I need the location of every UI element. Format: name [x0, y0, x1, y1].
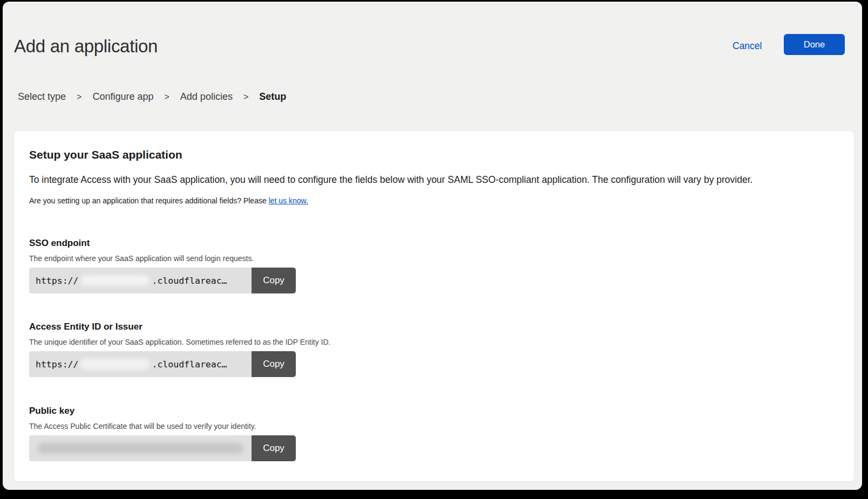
card-intro-text: To integrate Access with your SaaS appli…	[29, 174, 840, 186]
entity-id-value-suffix: .cloudflareac…	[152, 359, 227, 370]
breadcrumb-setup: Setup	[259, 91, 286, 102]
sso-endpoint-label: SSO endpoint	[29, 238, 296, 249]
breadcrumb-separator: >	[165, 92, 169, 102]
sso-endpoint-value-prefix: https://	[36, 276, 78, 286]
public-key-copy-button[interactable]: Copy	[252, 435, 296, 461]
redacted-value	[80, 275, 150, 286]
breadcrumb-separator: >	[77, 92, 82, 102]
sso-endpoint-value: https://.cloudflareac…	[29, 268, 252, 293]
redacted-value	[37, 443, 243, 454]
entity-id-value-prefix: https://	[36, 359, 78, 370]
entity-id-label: Access Entity ID or Issuer	[29, 322, 330, 332]
breadcrumb-separator: >	[243, 92, 248, 102]
entity-id-copy-button[interactable]: Copy	[252, 351, 296, 377]
card-note: Are you setting up an application that r…	[29, 196, 308, 205]
redacted-value	[80, 359, 150, 370]
app-window: Add an application Cancel Done Select ty…	[3, 2, 862, 490]
sso-endpoint-section: SSO endpoint The endpoint where your Saa…	[29, 238, 296, 293]
let-us-know-link[interactable]: let us know.	[269, 196, 308, 205]
setup-card: Setup your SaaS application To integrate…	[13, 131, 855, 482]
sso-endpoint-description: The endpoint where your SaaS application…	[29, 254, 296, 263]
sso-endpoint-value-suffix: .cloudflareac…	[152, 276, 227, 286]
public-key-label: Public key	[29, 406, 296, 416]
sso-endpoint-copy-button[interactable]: Copy	[252, 268, 296, 293]
public-key-value	[29, 435, 252, 461]
entity-id-value: https://.cloudflareac…	[29, 351, 252, 377]
public-key-description: The Access Public Certificate that will …	[29, 422, 296, 430]
breadcrumb-select-type[interactable]: Select type	[18, 91, 66, 102]
page-title: Add an application	[14, 36, 158, 57]
done-button[interactable]: Done	[784, 34, 845, 55]
breadcrumb-configure-app[interactable]: Configure app	[92, 91, 153, 102]
entity-id-section: Access Entity ID or Issuer The unique id…	[29, 322, 330, 377]
breadcrumb-add-policies[interactable]: Add policies	[180, 91, 233, 102]
breadcrumb: Select type > Configure app > Add polici…	[18, 91, 286, 102]
card-note-text: Are you setting up an application that r…	[29, 196, 269, 205]
public-key-section: Public key The Access Public Certificate…	[29, 406, 296, 461]
card-heading: Setup your SaaS application	[29, 148, 182, 161]
entity-id-description: The unique identifier of your SaaS appli…	[29, 338, 330, 346]
cancel-button[interactable]: Cancel	[733, 40, 762, 52]
